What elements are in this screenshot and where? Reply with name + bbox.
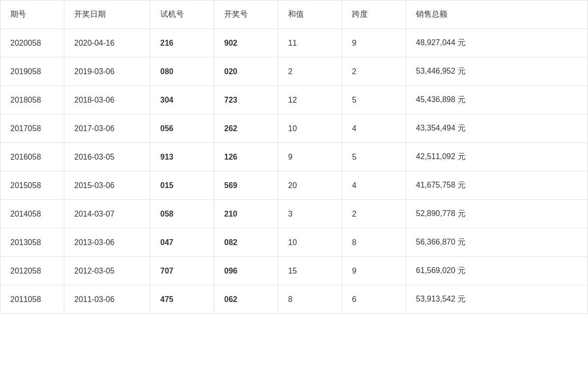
cell-kuadu: 4 [342,171,406,200]
header-xiaoshou: 销售总额 [406,0,588,29]
cell-hezhi: 15 [278,257,342,285]
table-row: 20150582015-03-0601556920441,675,758 元 [0,171,588,200]
cell-shiji: 056 [150,114,214,143]
cell-kaijang: 569 [214,171,278,200]
cell-shiji: 058 [150,200,214,228]
cell-qihao: 2011058 [0,285,64,314]
cell-date: 2017-03-06 [64,114,150,143]
header-kaijang: 开奖号 [214,0,278,29]
cell-kuadu: 2 [342,200,406,228]
cell-kaijang: 082 [214,228,278,257]
cell-kaijang: 126 [214,143,278,171]
cell-hezhi: 9 [278,143,342,171]
cell-shiji: 080 [150,57,214,86]
cell-kuadu: 4 [342,114,406,143]
cell-qihao: 2019058 [0,57,64,86]
cell-date: 2013-03-06 [64,228,150,257]
cell-kaijang: 723 [214,86,278,114]
cell-xiaoshou: 48,927,044 元 [406,29,588,57]
cell-hezhi: 3 [278,200,342,228]
cell-date: 2011-03-06 [64,285,150,314]
cell-qihao: 2016058 [0,143,64,171]
cell-kaijang: 210 [214,200,278,228]
cell-date: 2019-03-06 [64,57,150,86]
cell-hezhi: 10 [278,114,342,143]
cell-date: 2014-03-07 [64,200,150,228]
header-hezhi: 和值 [278,0,342,29]
cell-kaijang: 096 [214,257,278,285]
cell-kaijang: 020 [214,57,278,86]
table-row: 20110582011-03-064750628653,913,542 元 [0,285,588,314]
cell-hezhi: 12 [278,86,342,114]
table-row: 20200582020-04-1621690211948,927,044 元 [0,29,588,57]
table-row: 20180582018-03-0630472312545,436,898 元 [0,86,588,114]
cell-qihao: 2012058 [0,257,64,285]
cell-qihao: 2013058 [0,228,64,257]
cell-kuadu: 2 [342,57,406,86]
cell-hezhi: 8 [278,285,342,314]
cell-hezhi: 2 [278,57,342,86]
cell-xiaoshou: 41,675,758 元 [406,171,588,200]
cell-hezhi: 20 [278,171,342,200]
table-row: 20120582012-03-0570709615961,569,020 元 [0,257,588,285]
table-row: 20190582019-03-060800202253,446,952 元 [0,57,588,86]
cell-shiji: 015 [150,171,214,200]
table-row: 20160582016-03-059131269542,511,092 元 [0,143,588,171]
cell-hezhi: 11 [278,29,342,57]
table-row: 20140582014-03-070582103252,890,778 元 [0,200,588,228]
cell-xiaoshou: 53,913,542 元 [406,285,588,314]
cell-xiaoshou: 45,436,898 元 [406,86,588,114]
cell-shiji: 913 [150,143,214,171]
cell-qihao: 2014058 [0,200,64,228]
header-shiji: 试机号 [150,0,214,29]
cell-shiji: 475 [150,285,214,314]
cell-kuadu: 9 [342,29,406,57]
cell-kaijang: 902 [214,29,278,57]
cell-qihao: 2015058 [0,171,64,200]
cell-shiji: 707 [150,257,214,285]
cell-xiaoshou: 42,511,092 元 [406,143,588,171]
cell-shiji: 216 [150,29,214,57]
table-header-row: 期号 开奖日期 试机号 开奖号 和值 跨度 销售总额 [0,0,588,29]
cell-kuadu: 8 [342,228,406,257]
cell-date: 2015-03-06 [64,171,150,200]
lottery-table: 期号 开奖日期 试机号 开奖号 和值 跨度 销售总额 20200582020-0… [0,0,588,314]
cell-qihao: 2020058 [0,29,64,57]
header-date: 开奖日期 [64,0,150,29]
cell-kuadu: 5 [342,86,406,114]
cell-kuadu: 5 [342,143,406,171]
cell-kuadu: 6 [342,285,406,314]
cell-shiji: 047 [150,228,214,257]
header-qihao: 期号 [0,0,64,29]
cell-date: 2012-03-05 [64,257,150,285]
table-row: 20170582017-03-0605626210443,354,494 元 [0,114,588,143]
table-row: 20130582013-03-0604708210856,366,870 元 [0,228,588,257]
cell-xiaoshou: 61,569,020 元 [406,257,588,285]
cell-xiaoshou: 56,366,870 元 [406,228,588,257]
cell-kaijang: 262 [214,114,278,143]
cell-xiaoshou: 53,446,952 元 [406,57,588,86]
cell-shiji: 304 [150,86,214,114]
cell-qihao: 2017058 [0,114,64,143]
cell-date: 2020-04-16 [64,29,150,57]
header-kuadu: 跨度 [342,0,406,29]
cell-date: 2016-03-05 [64,143,150,171]
cell-xiaoshou: 43,354,494 元 [406,114,588,143]
cell-kuadu: 9 [342,257,406,285]
cell-qihao: 2018058 [0,86,64,114]
cell-hezhi: 10 [278,228,342,257]
cell-kaijang: 062 [214,285,278,314]
cell-date: 2018-03-06 [64,86,150,114]
cell-xiaoshou: 52,890,778 元 [406,200,588,228]
